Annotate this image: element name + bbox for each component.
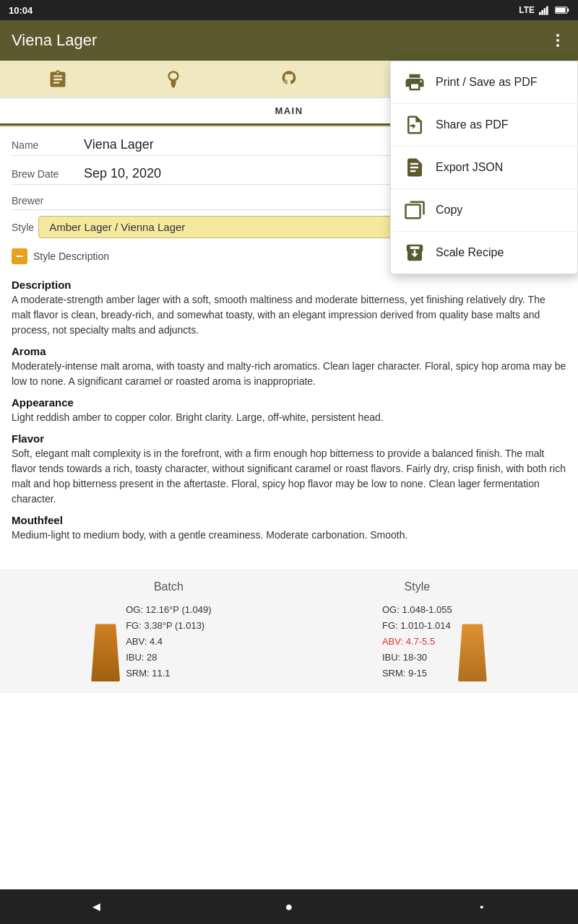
desc-flavor-text: Soft, elegant malt complexity is in the … [12,446,566,507]
scale-icon [404,242,426,263]
battery-icon [555,6,569,14]
batch-fg: FG: 3.38°P (1.013) [126,618,211,634]
copy-label: Copy [436,204,462,217]
style-srm: SRM: 9-15 [382,666,452,681]
desc-title-main: Description [12,279,566,291]
style-beer-glass [458,624,487,681]
nav-back-icon: ◄ [90,899,103,915]
hop-icon [279,69,299,90]
json-icon [404,157,426,178]
style-stat-row: Style OG: 1.048-1.055 FG: 1.010-1.014 AB… [382,580,487,681]
dropdown-scale-recipe[interactable]: Scale Recipe [391,232,577,274]
nav-recent-icon: ▪ [480,901,483,912]
svg-rect-5 [556,8,566,12]
signal-icon [539,5,551,15]
svg-rect-6 [567,9,569,12]
name-label: Name [12,139,84,151]
scale-recipe-label: Scale Recipe [436,246,504,259]
bottom-stats: Batch OG: 12.16°P (1.049) FG: 3.38°P (1.… [0,569,578,693]
batch-title: Batch [154,580,184,593]
app-title: Viena Lager [12,31,97,50]
nav-back-button[interactable]: ◄ [74,892,118,921]
desc-appearance-text: Light reddish amber to copper color. Bri… [12,410,566,425]
style-desc-toggle-label: Style Description [33,250,109,262]
brew-date-label: Brew Date [12,168,84,180]
description-section: Description A moderate-strength amber la… [0,279,578,554]
export-json-label: Export JSON [436,161,503,174]
tab-clipboard[interactable] [0,61,116,97]
status-network: LTE [519,5,535,15]
style-label: Style [12,222,34,233]
svg-point-7 [556,34,559,37]
desc-title-flavor: Flavor [12,432,566,445]
batch-values: OG: 12.16°P (1.049) FG: 3.38°P (1.013) A… [126,602,211,681]
style-abv: ABV: 4.7-5.5 [382,634,452,650]
svg-rect-1 [541,10,543,15]
desc-title-appearance: Appearance [12,396,566,409]
dropdown-export-json[interactable]: Export JSON [391,147,577,189]
batch-ibu: IBU: 28 [126,650,211,666]
svg-rect-0 [539,12,541,15]
desc-mouthfeel-text: Medium-light to medium body, with a gent… [12,528,566,543]
style-og: OG: 1.048-1.055 [382,602,452,618]
print-pdf-label: Print / Save as PDF [436,76,538,89]
status-bar: 10:04 LTE [0,0,578,20]
nav-home-button[interactable]: ● [267,892,311,921]
batch-stats-column: Batch OG: 12.16°P (1.049) FG: 3.38°P (1.… [126,580,211,681]
dropdown-copy[interactable]: Copy [391,189,577,232]
style-stats-title: Style [405,580,431,593]
style-fg: FG: 1.010-1.014 [382,618,452,634]
batch-beer-glass [91,624,120,681]
svg-point-8 [556,39,559,42]
nav-bar: ◄ ● ▪ [0,889,578,924]
status-time: 10:04 [9,5,33,16]
batch-srm: SRM: 11.1 [126,666,211,681]
app-header: Viena Lager [0,20,578,61]
style-stats-column: Style OG: 1.048-1.055 FG: 1.010-1.014 AB… [382,580,452,681]
desc-intro: A moderate-strength amber lager with a s… [12,292,566,338]
dropdown-share-pdf[interactable]: Share as PDF [391,104,577,147]
clipboard-icon [48,69,68,90]
tab-grain[interactable] [116,61,231,97]
print-icon [404,71,426,93]
grain-icon [163,69,184,90]
nav-recent-button[interactable]: ▪ [460,892,504,921]
style-values: OG: 1.048-1.055 FG: 1.010-1.014 ABV: 4.7… [382,602,452,681]
nav-home-icon: ● [285,899,293,915]
desc-title-aroma: Aroma [12,345,566,357]
share-pdf-label: Share as PDF [436,118,508,131]
share-icon [404,114,426,136]
minus-button[interactable]: − [12,248,27,264]
desc-aroma-text: Moderately-intense malt aroma, with toas… [12,359,566,389]
desc-title-mouthfeel: Mouthfeel [12,514,566,526]
svg-point-9 [556,44,559,47]
batch-abv: ABV: 4.4 [126,634,211,650]
svg-rect-2 [544,8,546,14]
batch-stat-row: Batch OG: 12.16°P (1.049) FG: 3.38°P (1.… [91,580,211,681]
dropdown-print-pdf[interactable]: Print / Save as PDF [391,61,577,104]
batch-og: OG: 12.16°P (1.049) [126,602,211,618]
copy-icon [404,199,426,221]
style-ibu: IBU: 18-30 [382,650,452,666]
dropdown-menu: Print / Save as PDF Share as PDF Export … [390,61,578,274]
svg-rect-3 [546,6,548,15]
brewer-label: Brewer [12,195,84,206]
tab-hop[interactable] [231,61,347,97]
more-vert-icon[interactable] [549,32,566,49]
